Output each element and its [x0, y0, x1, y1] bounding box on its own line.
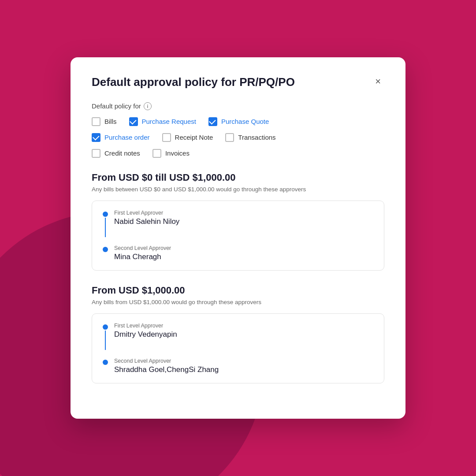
- approver-level-label-2-1: First Level Approver: [114, 323, 373, 329]
- approvers-card-2: First Level Approver Dmitry Vedenyapin S…: [92, 313, 384, 383]
- section-range-1: From USD $0 till USD $1,000.00 Any bills…: [92, 172, 384, 271]
- checkbox-invoices[interactable]: Invoices: [152, 149, 190, 158]
- approver-name-1-2: Mina Cheragh: [114, 253, 373, 261]
- checkbox-receipt-note[interactable]: Receipt Note: [162, 133, 213, 142]
- checkbox-label-bills: Bills: [104, 118, 117, 125]
- checkboxes-container: Bills Purchase Request Purchase Quote Pu…: [92, 117, 384, 158]
- checkbox-box-credit-notes: [92, 149, 100, 158]
- checkbox-label-credit-notes: Credit notes: [104, 149, 140, 157]
- checkbox-label-receipt-note: Receipt Note: [175, 134, 213, 141]
- range-subtitle-2: Any bills from USD $1,000.00 would go th…: [92, 299, 384, 305]
- checkbox-label-purchase-request: Purchase Request: [142, 118, 196, 125]
- range-title-2: From USD $1,000.00: [92, 285, 384, 296]
- approver-line: [105, 218, 106, 237]
- checkbox-purchase-quote[interactable]: Purchase Quote: [208, 117, 269, 126]
- checkbox-bills[interactable]: Bills: [92, 117, 117, 126]
- checkbox-purchase-request[interactable]: Purchase Request: [129, 117, 196, 126]
- modal-title: Default approval policy for PR/PQ/PO: [92, 75, 295, 90]
- checkbox-box-transactions: [225, 133, 234, 142]
- range-subtitle-1: Any bills between USD $0 and USD $1,000.…: [92, 186, 384, 193]
- modal-header: Default approval policy for PR/PQ/PO ×: [92, 75, 384, 90]
- checkbox-label-invoices: Invoices: [165, 149, 190, 157]
- default-policy-row: Default policy for i: [92, 102, 384, 110]
- checkbox-row-3: Credit notes Invoices: [92, 149, 384, 158]
- approver-dot-line-2-2: [103, 358, 108, 365]
- approver-dot: [103, 324, 108, 330]
- approver-level-label-2-2: Second Level Approver: [114, 358, 373, 364]
- checkbox-credit-notes[interactable]: Credit notes: [92, 149, 140, 158]
- approver-info-1-2: Second Level Approver Mina Cheragh: [114, 245, 373, 261]
- modal-dialog: Default approval policy for PR/PQ/PO × D…: [71, 57, 405, 419]
- checkbox-transactions[interactable]: Transactions: [225, 133, 275, 142]
- approver-dot: [103, 360, 108, 365]
- approver-dot: [103, 212, 108, 217]
- approver-dot: [103, 247, 108, 252]
- approver-level-1-2: Second Level Approver Mina Cheragh: [103, 245, 373, 261]
- approver-info-2-2: Second Level Approver Shraddha Goel,Chen…: [114, 358, 373, 374]
- checkbox-box-purchase-order: [92, 133, 100, 142]
- approver-name-2-2: Shraddha Goel,ChengSi Zhang: [114, 365, 373, 374]
- approver-dot-line-2-1: [103, 323, 108, 350]
- approver-dot-line-1-1: [103, 210, 108, 237]
- info-icon[interactable]: i: [144, 102, 152, 110]
- approver-level-label-1-2: Second Level Approver: [114, 245, 373, 251]
- approver-dot-line-1-2: [103, 245, 108, 252]
- checkbox-box-purchase-request: [129, 117, 138, 126]
- close-button[interactable]: ×: [372, 75, 384, 88]
- checkbox-box-bills: [92, 117, 100, 126]
- checkbox-row-1: Bills Purchase Request Purchase Quote: [92, 117, 384, 126]
- approver-info-2-1: First Level Approver Dmitry Vedenyapin: [114, 323, 373, 339]
- approver-level-label-1-1: First Level Approver: [114, 210, 373, 216]
- default-policy-text: Default policy for: [92, 102, 141, 110]
- approver-name-1-1: Nabid Salehin Niloy: [114, 217, 373, 226]
- section-range-2: From USD $1,000.00 Any bills from USD $1…: [92, 285, 384, 383]
- checkbox-box-purchase-quote: [208, 117, 217, 126]
- approver-name-2-1: Dmitry Vedenyapin: [114, 330, 373, 339]
- range-title-1: From USD $0 till USD $1,000.00: [92, 172, 384, 183]
- approver-line: [105, 331, 106, 350]
- checkbox-box-receipt-note: [162, 133, 171, 142]
- checkbox-label-transactions: Transactions: [238, 134, 275, 141]
- approver-level-2-2: Second Level Approver Shraddha Goel,Chen…: [103, 358, 373, 374]
- approvers-card-1: First Level Approver Nabid Salehin Niloy…: [92, 201, 384, 271]
- checkbox-row-2: Purchase order Receipt Note Transactions: [92, 133, 384, 142]
- approver-level-1-1: First Level Approver Nabid Salehin Niloy: [103, 210, 373, 237]
- checkbox-label-purchase-quote: Purchase Quote: [221, 118, 269, 125]
- checkbox-label-purchase-order: Purchase order: [104, 134, 150, 141]
- checkbox-purchase-order[interactable]: Purchase order: [92, 133, 150, 142]
- approver-level-2-1: First Level Approver Dmitry Vedenyapin: [103, 323, 373, 350]
- approver-info-1-1: First Level Approver Nabid Salehin Niloy: [114, 210, 373, 226]
- checkbox-box-invoices: [152, 149, 161, 158]
